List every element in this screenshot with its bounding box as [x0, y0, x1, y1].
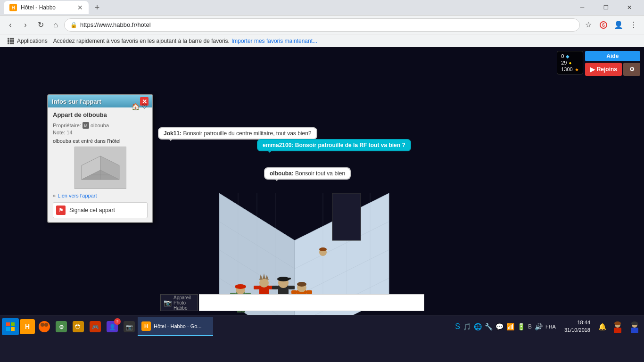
svg-point-76 [44, 323, 48, 327]
menu-button[interactable]: ⋮ [627, 18, 640, 32]
wifi-icon[interactable]: 📶 [506, 323, 514, 330]
battery-icon[interactable]: 🔋 [517, 323, 525, 330]
svg-rect-88 [614, 328, 621, 333]
gold-value: 29 [561, 60, 567, 66]
info-panel-body: Appart de olbouba 🏠 ♡ Propriétaire: M ol… [48, 107, 152, 222]
habbo-icon-4[interactable]: ⛑ [71, 319, 86, 334]
chat-input[interactable] [199, 294, 424, 311]
room-favorite-icon[interactable]: ♡ [141, 103, 148, 110]
room-navigate-icon[interactable]: 🏠 [132, 103, 140, 110]
refresh-button[interactable]: ↻ [34, 18, 47, 32]
extensions-button[interactable]: 6 [597, 18, 610, 32]
browser-tab[interactable]: H Hôtel - Habbo ✕ [4, 1, 89, 14]
svg-rect-61 [306, 290, 312, 294]
star-icon: ★ [575, 67, 579, 72]
svg-point-92 [631, 321, 638, 325]
habbo-icon-3[interactable]: ⚙ [54, 319, 69, 334]
stars-value: 1300 [561, 66, 572, 72]
settings-button[interactable]: ⚙ [623, 63, 640, 76]
habbo-icon-5[interactable]: 🎮 [88, 319, 103, 334]
forward-button[interactable]: › [19, 18, 32, 32]
camera-button[interactable]: 📷 Appareil Photo Habbo [160, 294, 198, 311]
stars-row: 1300 ★ [561, 66, 578, 72]
owner-badge-icon: M [83, 122, 89, 129]
tray-icon-1[interactable]: 🎵 [463, 323, 471, 330]
minimize-button[interactable]: ─ [571, 0, 593, 15]
camera-icon: 📷 [164, 299, 172, 306]
game-icons: H ⚙ ⛑ 🎮 👤 3 📷 [20, 319, 137, 334]
chevron-right-icon: » [53, 193, 56, 198]
volume-icon[interactable]: 🔊 [535, 323, 543, 330]
room-link[interactable]: » Lien vers l'appart [53, 193, 148, 198]
habbo-icon-7[interactable]: 📷 [122, 319, 137, 334]
top-hud: 0 ◆ 29 ● 1300 ★ Aide ▶ Rejoins ⚙ [557, 51, 640, 76]
settings-icon: ⚙ [629, 66, 635, 73]
navigation-bar: ‹ › ↻ ⌂ 🔒 https://www.habbo.fr/hotel ☆ 6… [0, 15, 644, 34]
import-bookmarks-link[interactable]: Importer mes favoris maintenant... [231, 38, 317, 44]
currency-panel: 0 ◆ 29 ● 1300 ★ [557, 51, 583, 74]
language-label[interactable]: FRA [545, 324, 556, 329]
bookmarks-bar: Applications Accédez rapidement à vos fa… [0, 34, 644, 47]
svg-rect-50 [283, 278, 291, 280]
room-name: Appart de olbouba [53, 111, 107, 118]
svg-point-57 [297, 282, 306, 287]
notification-center-button[interactable]: 🔔 [595, 318, 609, 335]
title-bar: H Hôtel - Habbo ✕ + ─ ❐ ✕ [0, 0, 644, 15]
svg-rect-68 [6, 322, 10, 326]
svg-rect-91 [631, 328, 638, 333]
svg-point-75 [41, 323, 44, 327]
aide-button[interactable]: Aide [585, 51, 640, 61]
rejoins-button[interactable]: ▶ Rejoins [585, 63, 622, 76]
flag-icon: ⚑ [56, 206, 66, 215]
tab-close-button[interactable]: ✕ [77, 4, 83, 11]
address-bar[interactable]: 🔒 https://www.habbo.fr/hotel [64, 18, 580, 32]
bookmark-button[interactable]: ☆ [582, 18, 595, 32]
bookmark-message: Accédez rapidement à vos favoris en les … [53, 38, 230, 44]
taskbar-item-text: Hôtel - Habbo - Go... [154, 323, 202, 329]
svg-point-89 [614, 321, 621, 325]
restore-button[interactable]: ❐ [595, 0, 617, 15]
room-event-text: olbouba est entré dans l'hôtel [53, 138, 148, 144]
taskbar-time[interactable]: 18:44 31/10/2018 [561, 319, 594, 334]
svg-rect-30 [332, 193, 361, 240]
report-button[interactable]: ⚑ Signale cet appart [53, 202, 148, 218]
habbo-icon-6[interactable]: 👤 3 [105, 319, 120, 334]
room-rating: Note: 14 [53, 130, 148, 135]
notification-badge: 3 [114, 318, 121, 325]
back-button[interactable]: ‹ [4, 18, 17, 32]
taskbar: H ⚙ ⛑ 🎮 👤 3 📷 H Hôtel - Habbo - Go... S [0, 315, 644, 337]
avatar-icon-right-2[interactable] [627, 319, 642, 334]
habbo-icon-1[interactable]: H [20, 319, 35, 334]
svg-rect-60 [291, 290, 297, 294]
gold-icon: ● [569, 60, 571, 66]
taskbar-item-icon: H [141, 321, 151, 331]
home-button[interactable]: ⌂ [49, 18, 62, 32]
info-panel-title: Infos sur l'appart [52, 98, 101, 105]
tray-icon-4[interactable]: 💬 [495, 323, 504, 330]
svg-text:⛑: ⛑ [75, 323, 82, 330]
svg-text:6: 6 [602, 23, 605, 28]
bluetooth-icon[interactable]: B [528, 323, 532, 330]
tray-icon-3[interactable]: 🔧 [485, 323, 493, 330]
account-button[interactable]: 👤 [612, 18, 625, 32]
close-button[interactable]: ✕ [619, 0, 640, 15]
iso-room [163, 165, 417, 315]
apps-button[interactable]: Applications [4, 37, 51, 45]
habbo-icon-2[interactable] [37, 319, 52, 334]
svg-text:⚙: ⚙ [59, 324, 64, 330]
taskbar-active-window[interactable]: H Hôtel - Habbo - Go... [138, 317, 213, 336]
apps-grid-icon [8, 38, 14, 44]
svg-point-74 [39, 321, 50, 332]
svg-point-33 [235, 284, 246, 289]
room-thumbnail [74, 147, 126, 189]
new-tab-button[interactable]: + [91, 1, 104, 14]
play-icon: ▶ [590, 66, 595, 73]
avatar-icon-right-1[interactable] [610, 319, 625, 334]
lock-icon: 🔒 [70, 22, 77, 28]
tray-icon-2[interactable]: 🌐 [474, 323, 482, 330]
svg-text:🎮: 🎮 [92, 323, 99, 330]
skype-tray-icon[interactable]: S [455, 322, 460, 331]
svg-rect-69 [11, 322, 15, 326]
start-button[interactable] [2, 318, 19, 335]
chat-bubble-emma2100: emma2100: Bonsoir patrouille de la RF to… [257, 139, 411, 151]
